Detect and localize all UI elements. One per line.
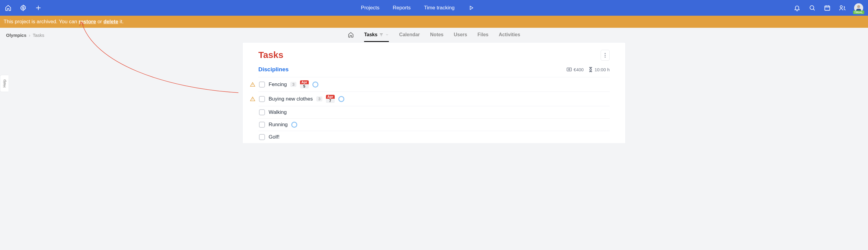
tabs: Tasks Calendar Notes Users Files Activit… (348, 28, 520, 42)
subtask-count: 3 (316, 96, 322, 101)
task-name[interactable]: Running (269, 122, 288, 128)
assignee-avatar[interactable] (338, 96, 344, 102)
svg-point-3 (840, 6, 842, 8)
task-row[interactable]: Fencing 3 Apr5 (258, 77, 610, 92)
task-row[interactable]: Running (258, 118, 610, 131)
restore-link[interactable]: restore (79, 19, 96, 25)
archived-banner: This project is archived. You can restor… (0, 16, 868, 28)
avatar[interactable]: TRIAL (854, 3, 863, 12)
svg-rect-10 (567, 68, 571, 71)
subheader: Olympics › Tasks Tasks Calendar Notes Us… (0, 28, 868, 42)
task-name[interactable]: Buying new clothes (269, 96, 313, 102)
task-row[interactable]: Buying new clothes 3 Apr7 (258, 92, 610, 106)
task-checkbox[interactable] (259, 96, 265, 102)
search-icon[interactable] (809, 4, 815, 11)
users-icon[interactable] (839, 4, 846, 11)
banner-text-prefix: This project is archived. You can (4, 19, 79, 25)
warning-icon (250, 82, 255, 87)
task-checkbox[interactable] (259, 82, 265, 88)
task-name[interactable]: Walking (269, 109, 287, 115)
page-title: Tasks (258, 50, 283, 60)
svg-rect-2 (825, 6, 830, 10)
warning-icon (250, 96, 255, 102)
topbar: Projects Reports Time tracking TRIAL (0, 0, 868, 16)
group-budget-value: €400 (574, 67, 584, 72)
svg-point-1 (810, 6, 814, 10)
chevron-right-icon: › (29, 33, 30, 38)
main-card: Tasks Disciplines €400 10:00 h (242, 42, 626, 143)
svg-point-9 (604, 57, 606, 57)
delete-link[interactable]: delete (103, 19, 118, 25)
nav-reports[interactable]: Reports (393, 5, 411, 11)
tab-calendar[interactable]: Calendar (399, 28, 420, 42)
task-checkbox[interactable] (259, 109, 265, 115)
due-month: Apr (326, 95, 335, 99)
tab-tasks[interactable]: Tasks (364, 28, 389, 42)
due-date-badge: Apr5 (300, 80, 309, 89)
breadcrumb: Olympics › Tasks (6, 33, 44, 38)
group-budget: €400 (566, 67, 584, 72)
nav-projects[interactable]: Projects (361, 5, 379, 11)
assignee-avatar[interactable] (291, 122, 297, 128)
tab-activities[interactable]: Activities (499, 28, 520, 42)
tab-home[interactable] (348, 28, 354, 42)
breadcrumb-project[interactable]: Olympics (6, 33, 27, 38)
svg-point-8 (604, 55, 606, 56)
nav-time-tracking[interactable]: Time tracking (424, 5, 455, 11)
tab-tasks-label: Tasks (364, 32, 377, 37)
tab-files[interactable]: Files (477, 28, 488, 42)
task-list: Fencing 3 Apr5 Buying new clothes 3 Apr7… (258, 77, 610, 143)
group-time: 10:00 h (589, 67, 610, 72)
task-checkbox[interactable] (259, 134, 265, 140)
due-month: Apr (300, 80, 309, 84)
play-icon[interactable] (468, 4, 474, 11)
task-checkbox[interactable] (259, 122, 265, 128)
svg-point-0 (22, 7, 24, 9)
help-tab[interactable]: Help (0, 75, 8, 92)
svg-point-7 (604, 53, 606, 54)
due-date-badge: Apr7 (326, 95, 335, 103)
banner-text-or: or (96, 19, 103, 25)
more-actions-button[interactable] (600, 50, 610, 61)
bell-icon[interactable] (794, 4, 800, 11)
task-name[interactable]: Fencing (269, 82, 287, 88)
banner-text-suffix: it. (118, 19, 124, 25)
group-title[interactable]: Disciplines (258, 66, 288, 73)
svg-point-5 (857, 5, 860, 8)
breadcrumb-section: Tasks (33, 33, 44, 38)
group-time-value: 10:00 h (595, 67, 610, 72)
due-day: 5 (302, 84, 307, 89)
chevron-down-icon[interactable] (385, 33, 389, 36)
hourglass-icon (589, 67, 593, 72)
plus-icon[interactable] (35, 4, 42, 11)
home-icon[interactable] (5, 4, 11, 11)
calendar-icon[interactable] (824, 4, 831, 11)
gear-icon[interactable] (20, 4, 27, 11)
money-icon (566, 67, 572, 71)
task-name[interactable]: Golf! (269, 134, 279, 140)
svg-point-11 (568, 69, 570, 70)
subtask-count: 3 (290, 82, 296, 87)
task-row[interactable]: Golf! (258, 131, 610, 143)
tab-notes[interactable]: Notes (430, 28, 443, 42)
due-day: 7 (328, 99, 333, 103)
tab-users[interactable]: Users (454, 28, 467, 42)
assignee-avatar[interactable] (312, 82, 318, 88)
filter-icon[interactable] (379, 33, 383, 37)
task-row[interactable]: Walking (258, 106, 610, 118)
trial-badge: TRIAL (853, 10, 864, 14)
